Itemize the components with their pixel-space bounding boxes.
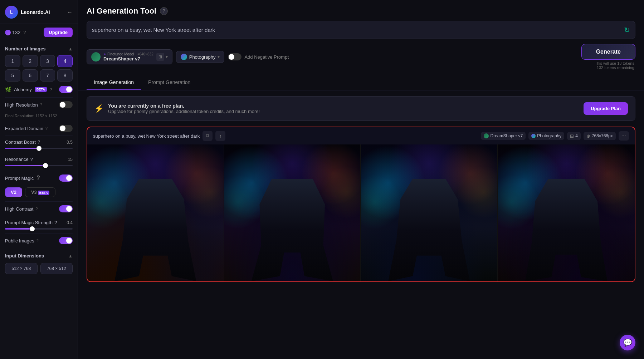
prompt-bar: ↻ bbox=[87, 21, 635, 39]
generate-area: Generate This will use 18 tokens. 132 to… bbox=[581, 44, 635, 70]
result-card-header: superhero on a busy, wet New York street… bbox=[87, 127, 635, 144]
count-meta-chip: ⊞ 4 bbox=[567, 132, 581, 140]
tool-title: AI Generation Tool bbox=[87, 6, 156, 16]
high-resolution-help[interactable]: ? bbox=[40, 103, 42, 107]
copy-prompt-btn[interactable]: ⧉ bbox=[203, 131, 213, 141]
v3-beta-badge: BETA bbox=[38, 191, 49, 195]
alchemy-label: Alchemy bbox=[14, 87, 32, 92]
num-images-title: Number of Images bbox=[5, 46, 45, 51]
generated-image-3[interactable] bbox=[361, 144, 498, 281]
prompt-magic-help[interactable]: ? bbox=[36, 175, 40, 181]
generated-image-2[interactable] bbox=[224, 144, 361, 281]
high-contrast-help[interactable]: ? bbox=[35, 207, 38, 211]
expanded-domain-help[interactable]: ? bbox=[45, 126, 48, 131]
contrast-boost-value: 0.5 bbox=[67, 140, 73, 145]
dims-meta-label: 768x768px bbox=[592, 133, 613, 138]
num-images-chevron: ▲ bbox=[68, 46, 73, 51]
generate-button[interactable]: Generate bbox=[581, 44, 635, 60]
token-use-text: This will use 18 tokens. bbox=[595, 61, 635, 65]
banner-title: You are currently on a free plan. bbox=[108, 103, 579, 109]
share-prompt-btn[interactable]: ↑ bbox=[215, 131, 225, 141]
dim-512x768[interactable]: 512 × 768 bbox=[5, 263, 38, 274]
logo-avatar: L bbox=[5, 6, 18, 19]
prompt-magic-toggle[interactable] bbox=[59, 174, 73, 182]
num-btn-2[interactable]: 2 bbox=[23, 55, 38, 67]
sidebar-header: L Leonardo.Ai ← bbox=[0, 0, 78, 24]
content-area: ⚡ You are currently on a free plan. Upgr… bbox=[78, 90, 644, 359]
contrast-boost-track[interactable] bbox=[5, 148, 73, 149]
high-contrast-toggle[interactable] bbox=[59, 205, 73, 212]
num-btn-7[interactable]: 7 bbox=[40, 69, 55, 82]
token-icon bbox=[5, 30, 11, 35]
negative-prompt-toggle[interactable]: Add Negative Prompt bbox=[228, 53, 289, 60]
style-label: Photography bbox=[189, 54, 216, 60]
alchemy-beta-badge: BETA bbox=[35, 87, 47, 92]
style-chip[interactable]: Photography ▾ bbox=[176, 51, 225, 63]
pm-strength-help-icon[interactable]: ? bbox=[54, 220, 57, 225]
model-meta-chip: DreamShaper v7 bbox=[481, 132, 526, 140]
high-resolution-toggle[interactable] bbox=[59, 101, 73, 108]
model-avatar bbox=[91, 52, 101, 62]
pm-strength-label: Prompt Magic Strength ? bbox=[5, 220, 57, 225]
alchemy-help-icon[interactable]: ? bbox=[50, 87, 52, 92]
back-icon[interactable]: ← bbox=[67, 9, 73, 15]
model-type-icon: ⊞ bbox=[156, 53, 164, 61]
expanded-domain-text: Expanded Domain bbox=[5, 126, 43, 131]
token-remaining-text: 132 tokens remaining. bbox=[595, 65, 635, 70]
model-name: DreamShaper v7 bbox=[103, 56, 153, 62]
sidebar-content: Number of Images ▲ 1 2 3 4 5 6 7 8 🌿 Alc… bbox=[0, 41, 78, 274]
controls-row: ✦ Finetuned Model ✦640×832 DreamShaper v… bbox=[87, 44, 635, 70]
expanded-domain-toggle[interactable] bbox=[59, 125, 73, 132]
tab-prompt-generation[interactable]: Prompt Generation bbox=[141, 75, 197, 90]
chat-bubble[interactable]: 💬 bbox=[620, 335, 635, 350]
upgrade-button[interactable]: Upgrade bbox=[44, 28, 73, 37]
resonance-label: Resonance ? bbox=[5, 157, 33, 162]
upgrade-plan-button[interactable]: Upgrade Plan bbox=[584, 102, 628, 115]
style-dot bbox=[181, 54, 187, 60]
token-display: 132 bbox=[5, 30, 20, 35]
resonance-track[interactable] bbox=[5, 165, 73, 166]
public-images-toggle[interactable] bbox=[59, 237, 73, 244]
model-dims: ✦640×832 bbox=[137, 52, 153, 56]
public-images-row: Public Images ? bbox=[5, 233, 73, 248]
title-row: AI Generation Tool ? bbox=[87, 6, 635, 16]
prompt-refresh-icon[interactable]: ↻ bbox=[624, 26, 630, 34]
public-images-help[interactable]: ? bbox=[36, 238, 39, 243]
dims-meta-chip: ⊕ 768x768px bbox=[584, 132, 616, 140]
tabs-row: Image Generation Prompt Generation bbox=[78, 75, 644, 90]
pm-strength-row: Prompt Magic Strength ? 0.4 bbox=[5, 216, 73, 233]
generated-image-4[interactable] bbox=[498, 144, 635, 281]
num-btn-5[interactable]: 5 bbox=[5, 69, 20, 82]
alchemy-toggle[interactable] bbox=[59, 86, 73, 93]
v3-tab[interactable]: V3BETA bbox=[25, 187, 55, 197]
model-chip[interactable]: ✦ Finetuned Model ✦640×832 DreamShaper v… bbox=[87, 49, 172, 64]
dim-768x512[interactable]: 768 × 512 bbox=[40, 263, 73, 274]
high-contrast-row: High Contrast ? bbox=[5, 202, 73, 216]
tab-image-generation[interactable]: Image Generation bbox=[87, 75, 141, 90]
tool-info-badge[interactable]: ? bbox=[160, 7, 168, 15]
negative-prompt-toggle-switch[interactable] bbox=[228, 53, 241, 60]
model-meta-label: DreamShaper v7 bbox=[490, 133, 523, 138]
prompt-input[interactable] bbox=[92, 21, 624, 39]
finetuned-label: ✦ Finetuned Model ✦640×832 bbox=[103, 52, 153, 56]
token-row: 132 ? Upgrade bbox=[0, 24, 78, 41]
v2-tab[interactable]: V2 bbox=[5, 187, 22, 197]
token-help-icon[interactable]: ? bbox=[23, 30, 26, 35]
style-meta-chip: Photography bbox=[528, 132, 564, 140]
generated-image-1[interactable] bbox=[87, 144, 224, 281]
num-btn-1[interactable]: 1 bbox=[5, 55, 20, 67]
num-btn-6[interactable]: 6 bbox=[23, 69, 38, 82]
more-options-btn[interactable]: ··· bbox=[619, 131, 629, 141]
logo-area: L Leonardo.Ai bbox=[5, 6, 50, 19]
version-tabs: V2 V3BETA bbox=[5, 187, 55, 197]
main-header: AI Generation Tool ? ↻ ✦ Finetuned Model… bbox=[78, 0, 644, 75]
pm-strength-track[interactable] bbox=[5, 228, 73, 230]
expanded-domain-label: Expanded Domain ? bbox=[5, 126, 48, 131]
contrast-help-icon[interactable]: ? bbox=[38, 139, 40, 145]
high-resolution-text: High Resolution bbox=[5, 102, 38, 108]
num-btn-8[interactable]: 8 bbox=[57, 69, 73, 82]
num-btn-3[interactable]: 3 bbox=[40, 55, 55, 67]
style-meta-label: Photography bbox=[537, 133, 561, 138]
num-btn-4[interactable]: 4 bbox=[57, 55, 73, 67]
resonance-help-icon[interactable]: ? bbox=[30, 157, 33, 162]
